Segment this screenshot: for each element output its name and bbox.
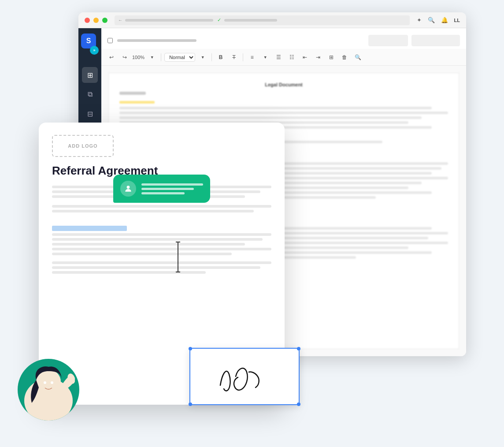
undo-button[interactable]: ↩ [106,52,117,63]
close-dot[interactable] [85,18,90,23]
style-select[interactable]: Normal [164,53,195,62]
chat-avatar-icon [120,181,136,197]
outdent-button[interactable]: ⇤ [299,52,311,63]
breadcrumb-text [117,39,196,42]
window-chrome: ← ✓ ✦ 🔍 🔔 LL [78,12,466,28]
fg-doc-content: ADD LOGO Referral Agreement [39,123,285,288]
format-separator-2 [211,53,212,61]
character-svg [22,363,75,421]
svg-point-3 [44,381,46,384]
align-button[interactable]: ≡ [246,52,258,63]
address-bar: ← ✓ [115,15,410,25]
format-toolbar: ↩ ↪ 100% ▼ Normal ▼ B T ≡ ▼ ☰ ☷ ⇤ ⇥ ⊞ 🗑 … [101,49,466,66]
window-icons: ✦ 🔍 🔔 LL [417,17,460,23]
minimize-dot[interactable] [93,18,99,23]
action-button-1[interactable] [368,35,408,46]
sidebar-badge: » [90,46,99,55]
selected-text-highlight [52,226,127,231]
align-dropdown-icon[interactable]: ▼ [259,52,271,63]
character-illustration [18,359,79,421]
signature-drawing [211,359,278,394]
signature-box[interactable] [189,348,300,405]
zoom-display: 100% [132,55,145,60]
bg-para-heading-1 [119,92,146,95]
table-insert-button[interactable]: ⊞ [326,52,337,63]
bullet-list-button[interactable]: ☰ [273,52,284,63]
sparkle-icon[interactable]: ✦ [417,17,422,23]
svg-point-0 [127,186,130,189]
resize-handle-bl[interactable] [189,402,192,406]
maximize-dot[interactable] [102,18,107,23]
resize-handle-br[interactable] [297,402,300,406]
format-separator-3 [243,53,243,61]
fg-lines-2 [52,205,271,212]
numbered-list-button[interactable]: ☷ [286,52,297,63]
indent-button[interactable]: ⇥ [312,52,324,63]
fg-lines-4 [52,261,271,274]
format-separator-1 [161,53,161,61]
svg-point-4 [51,381,53,384]
resize-handle-tl[interactable] [189,347,192,350]
fg-lines-3 [52,226,271,255]
redo-button[interactable]: ↪ [119,52,130,63]
sidebar-item-layers[interactable]: ⧉ [82,86,98,102]
chat-bubble-lines [141,183,203,194]
add-logo-button[interactable]: ADD LOGO [52,135,114,157]
bell-icon[interactable]: 🔔 [441,17,448,23]
user-avatar[interactable]: LL [454,18,460,23]
bg-doc-title: Legal Document [119,82,448,87]
delete-button[interactable]: 🗑 [339,52,350,63]
search-icon[interactable]: 🔍 [428,17,435,23]
bold-button[interactable]: B [215,52,226,63]
address-bar-text: ✓ [125,17,406,23]
resize-handle-tr[interactable] [297,347,300,350]
find-button[interactable]: 🔍 [352,52,363,63]
sidebar-item-table[interactable]: ⊟ [82,106,98,122]
text-cursor [178,242,178,272]
chat-bubble [113,175,210,203]
action-button-2[interactable] [411,35,460,46]
sidebar-item-grid[interactable]: ⊞ [82,67,98,83]
zoom-dropdown-icon[interactable]: ▼ [146,52,158,63]
style-dropdown-icon[interactable]: ▼ [197,52,208,63]
clear-format-button[interactable]: T [228,52,240,63]
breadcrumb-bar [101,32,466,49]
checkbox-input[interactable] [107,38,113,43]
